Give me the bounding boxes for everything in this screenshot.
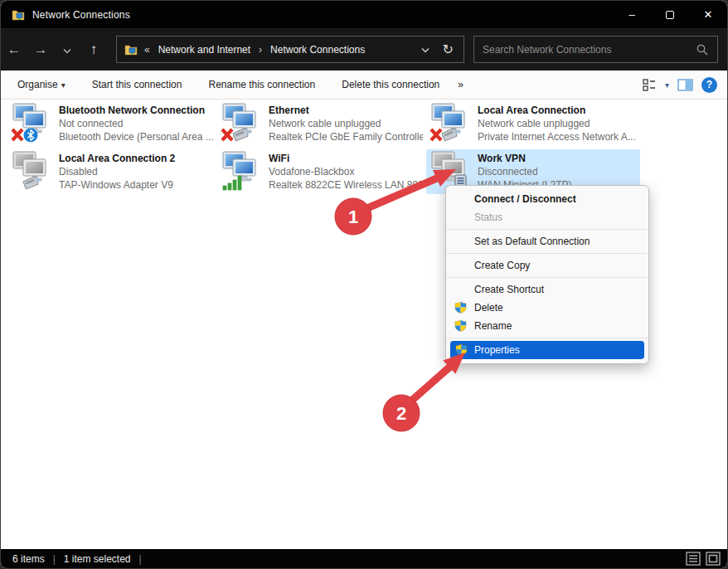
rename-connection-button[interactable]: Rename this connection bbox=[208, 79, 315, 90]
wifi-connection-icon bbox=[221, 151, 260, 191]
chevron-down-icon: ▾ bbox=[61, 80, 66, 90]
selection-count: 1 item selected bbox=[64, 553, 131, 565]
preview-pane-icon[interactable] bbox=[677, 79, 693, 91]
connection-item-local-area[interactable]: Local Area Connection Network cable unpl… bbox=[426, 101, 640, 146]
connection-device: Realtek PCIe GbE Family Controller bbox=[269, 130, 423, 143]
connection-device: Realtek 8822CE Wireless LAN 802... bbox=[269, 178, 423, 192]
network-connections-window: Network Connections – ✕ ← → ↑ « Network … bbox=[0, 0, 728, 569]
connection-name: Work VPN bbox=[478, 152, 572, 165]
connection-item-bluetooth[interactable]: Bluetooth Network Connection Not connect… bbox=[7, 101, 217, 146]
breadcrumb-separator-icon: › bbox=[259, 44, 262, 56]
forward-button[interactable]: → bbox=[27, 41, 54, 58]
recent-locations-button[interactable] bbox=[54, 41, 80, 58]
lan-connection-icon bbox=[430, 103, 469, 143]
ethernet-connection-icon bbox=[221, 103, 260, 143]
chevron-down-icon bbox=[63, 48, 71, 54]
menu-separator bbox=[447, 229, 648, 230]
menu-separator bbox=[447, 277, 648, 278]
connection-device: TAP-Windows Adapter V9 bbox=[59, 178, 175, 192]
disabled-lan-connection-icon bbox=[11, 151, 51, 191]
breadcrumb-item-network-connections[interactable]: Network Connections bbox=[270, 44, 365, 56]
status-bar: 6 items | 1 item selected | bbox=[1, 549, 727, 568]
connection-status: Network cable unplugged bbox=[269, 117, 423, 130]
toolbar-overflow-button[interactable]: » bbox=[458, 79, 463, 90]
refresh-button[interactable]: ↻ bbox=[443, 41, 454, 57]
delete-connection-button[interactable]: Delete this connection bbox=[342, 79, 439, 90]
forward-icon: → bbox=[34, 41, 48, 57]
start-connection-button[interactable]: Start this connection bbox=[92, 79, 182, 90]
menu-separator bbox=[447, 338, 648, 338]
connection-status: Disconnected bbox=[478, 165, 572, 178]
items-count: 6 items bbox=[12, 553, 45, 565]
chevron-down-icon bbox=[421, 47, 430, 53]
statusbar-divider: | bbox=[139, 553, 142, 565]
refresh-icon: ↻ bbox=[443, 42, 454, 56]
connection-name: WiFi bbox=[269, 152, 423, 165]
large-icons-view-button[interactable] bbox=[706, 552, 721, 566]
uac-shield-icon bbox=[454, 319, 467, 332]
menu-item-delete[interactable]: Delete bbox=[446, 299, 648, 317]
connection-status: Vodafone-Blackbox bbox=[269, 165, 423, 178]
connection-item-ethernet[interactable]: Ethernet Network cable unplugged Realtek… bbox=[217, 101, 426, 146]
network-connections-app-icon bbox=[12, 8, 25, 22]
menu-separator bbox=[447, 253, 648, 254]
minimize-icon: – bbox=[629, 8, 634, 21]
connection-item-wifi[interactable]: WiFi Vodafone-Blackbox Realtek 8822CE Wi… bbox=[217, 149, 426, 194]
uac-shield-icon bbox=[454, 301, 467, 314]
maximize-button[interactable] bbox=[651, 1, 689, 28]
menu-item-create-shortcut[interactable]: Create Shortcut bbox=[446, 280, 648, 299]
connection-name: Local Area Connection 2 bbox=[59, 152, 175, 165]
up-icon: ↑ bbox=[90, 41, 98, 57]
help-button[interactable]: ? bbox=[701, 77, 717, 93]
connections-grid: Bluetooth Network Connection Not connect… bbox=[7, 101, 640, 197]
menu-item-create-copy[interactable]: Create Copy bbox=[446, 256, 648, 275]
connection-name: Local Area Connection bbox=[478, 104, 636, 117]
close-button[interactable]: ✕ bbox=[689, 1, 727, 28]
connection-device: Private Internet Access Network A... bbox=[478, 130, 636, 143]
up-button[interactable]: ↑ bbox=[80, 41, 107, 58]
window-title: Network Connections bbox=[32, 9, 130, 21]
search-icon bbox=[696, 44, 708, 56]
connection-status: Network cable unplugged bbox=[478, 117, 636, 130]
minimize-button[interactable]: – bbox=[613, 1, 651, 28]
back-icon: ← bbox=[7, 41, 22, 57]
help-icon: ? bbox=[706, 79, 712, 90]
connection-device: Bluetooth Device (Personal Area ... bbox=[59, 130, 214, 143]
change-view-icon[interactable] bbox=[643, 79, 657, 91]
connection-status: Disabled bbox=[59, 165, 175, 178]
command-bar: Organise▾ Start this connection Rename t… bbox=[1, 71, 727, 100]
titlebar: Network Connections – ✕ bbox=[1, 1, 727, 28]
navigation-bar: ← → ↑ « Network and Internet › Network C… bbox=[1, 28, 727, 71]
menu-item-properties[interactable]: Properties bbox=[450, 341, 644, 359]
menu-item-status: Status bbox=[446, 208, 648, 226]
search-input[interactable] bbox=[474, 44, 696, 56]
menu-item-rename[interactable]: Rename bbox=[446, 317, 648, 335]
network-folder-icon bbox=[124, 43, 138, 56]
breadcrumb-item-network-and-internet[interactable]: Network and Internet bbox=[158, 44, 250, 56]
details-view-button[interactable] bbox=[686, 552, 701, 566]
view-dropdown-icon[interactable]: ▾ bbox=[665, 80, 669, 90]
connection-item-local-area-2[interactable]: Local Area Connection 2 Disabled TAP-Win… bbox=[7, 149, 217, 194]
maximize-icon bbox=[666, 11, 674, 19]
uac-shield-icon bbox=[455, 343, 468, 356]
breadcrumb-prefix: « bbox=[144, 44, 150, 56]
address-dropdown-button[interactable] bbox=[421, 44, 430, 56]
back-button[interactable]: ← bbox=[1, 41, 27, 58]
organise-button[interactable]: Organise▾ bbox=[17, 79, 66, 90]
menu-item-connect-disconnect[interactable]: Connect / Disconnect bbox=[446, 190, 648, 208]
connection-name: Bluetooth Network Connection bbox=[59, 104, 214, 117]
menu-item-set-default[interactable]: Set as Default Connection bbox=[446, 232, 648, 250]
address-bar[interactable]: « Network and Internet › Network Connect… bbox=[116, 36, 464, 63]
context-menu: Connect / Disconnect Status Set as Defau… bbox=[445, 185, 649, 364]
close-icon: ✕ bbox=[704, 8, 713, 21]
statusbar-divider: | bbox=[53, 553, 56, 565]
connection-status: Not connected bbox=[59, 117, 214, 130]
connection-name: Ethernet bbox=[269, 104, 423, 117]
search-box bbox=[473, 36, 718, 63]
bluetooth-connection-icon bbox=[11, 103, 51, 143]
